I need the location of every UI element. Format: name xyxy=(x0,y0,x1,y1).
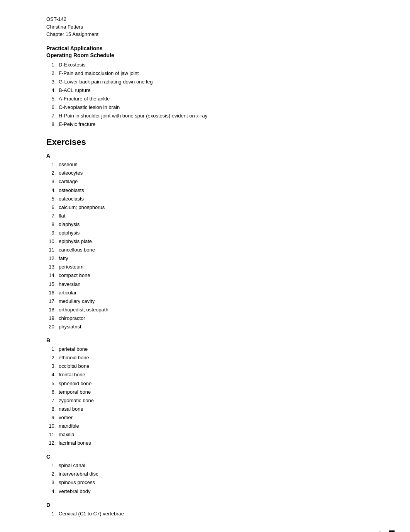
section-b: B parietal bone ethmoid bone occipital b… xyxy=(46,337,364,447)
practical-title2: Operating Room Schedule xyxy=(46,52,364,58)
list-item: diaphysis xyxy=(57,220,364,229)
list-item: F-Pain and malocclusion of jaw joint xyxy=(57,69,364,78)
section-a: A osseous osteocytes cartilage osteoblas… xyxy=(46,153,364,331)
section-d: D Cervical (C1 to C7) vertebrae xyxy=(46,502,364,518)
list-item: vomer xyxy=(57,413,364,422)
list-item: calcium; phosphorus xyxy=(57,203,364,212)
list-item: occipital bone xyxy=(57,362,364,371)
practical-list: D-Exostosis F-Pain and malocclusion of j… xyxy=(57,61,364,129)
practical-applications-section: Practical Applications Operating Room Sc… xyxy=(46,45,364,129)
header-info: OST-142 Christina Fetters Chapter 15 Ass… xyxy=(46,15,364,38)
list-item: sphenoid bone xyxy=(57,379,364,388)
list-item: orthopedist; osteopath xyxy=(57,306,364,314)
page-number: 1 xyxy=(389,530,395,532)
list-item: vertebral body xyxy=(57,487,364,496)
list-item: temporal bone xyxy=(57,388,364,396)
section-a-label: A xyxy=(46,153,364,159)
list-item: D-Exostosis xyxy=(57,61,364,69)
list-item: Cervical (C1 to C7) vertebrae xyxy=(57,510,364,518)
list-item: lacrimal bones xyxy=(57,439,364,447)
section-c-label: C xyxy=(46,454,364,460)
list-item: mandible xyxy=(57,422,364,430)
section-b-list: parietal bone ethmoid bone occipital bon… xyxy=(57,345,364,447)
list-item: articular xyxy=(57,289,364,297)
list-item: E-Pelvic fracture xyxy=(57,120,364,129)
list-item: parietal bone xyxy=(57,345,364,354)
list-item: medullary cavity xyxy=(57,297,364,306)
list-item: G-Lower back pain radiating down one leg xyxy=(57,78,364,86)
list-item: osseous xyxy=(57,160,364,169)
list-item: fatty xyxy=(57,254,364,263)
list-item: osteoblasts xyxy=(57,186,364,195)
list-item: frontal bone xyxy=(57,371,364,379)
list-item: flat xyxy=(57,212,364,220)
list-item: osteoclasts xyxy=(57,195,364,203)
list-item: haversian xyxy=(57,280,364,289)
list-item: spinal canal xyxy=(57,461,364,470)
list-item: intervertebral disc xyxy=(57,470,364,478)
list-item: chiropractor xyxy=(57,314,364,323)
list-item: compact bone xyxy=(57,271,364,280)
header-line1: OST-142 xyxy=(46,15,364,23)
exercises-title: Exercises xyxy=(46,137,364,147)
list-item: cancellous bone xyxy=(57,246,364,254)
list-item: physiatrist xyxy=(57,323,364,331)
section-d-list: Cervical (C1 to C7) vertebrae xyxy=(57,510,364,518)
section-c-list: spinal canal intervertebral disc spinous… xyxy=(57,461,364,495)
practical-title1: Practical Applications xyxy=(46,45,364,51)
list-item: periosteum xyxy=(57,263,364,271)
list-item: epiphysis xyxy=(57,229,364,237)
list-item: zygomatic bone xyxy=(57,396,364,405)
list-item: cartilage xyxy=(57,177,364,186)
list-item: A-Fracture of the ankle xyxy=(57,95,364,103)
list-item: C-Neoplastic lesion in brain xyxy=(57,103,364,112)
list-item: B-ACL rupture xyxy=(57,86,364,95)
list-item: H-Pain in shoulder joint with bone spur … xyxy=(57,112,364,120)
section-b-label: B xyxy=(46,337,364,343)
list-item: maxilla xyxy=(57,430,364,439)
section-a-list: osseous osteocytes cartilage osteoblasts… xyxy=(57,160,364,331)
list-item: osteocytes xyxy=(57,169,364,177)
section-d-label: D xyxy=(46,502,364,508)
list-item: epiphysis plate xyxy=(57,237,364,246)
list-item: nasal bone xyxy=(57,405,364,413)
page-number-container: Page 1 xyxy=(378,530,395,532)
header-line2: Christina Fetters xyxy=(46,23,364,31)
section-c: C spinal canal intervertebral disc spino… xyxy=(46,454,364,495)
page-container: OST-142 Christina Fetters Chapter 15 Ass… xyxy=(0,0,410,532)
list-item: spinous process xyxy=(57,478,364,487)
list-item: ethmoid bone xyxy=(57,354,364,362)
header-line3: Chapter 15 Assignment xyxy=(46,31,364,38)
